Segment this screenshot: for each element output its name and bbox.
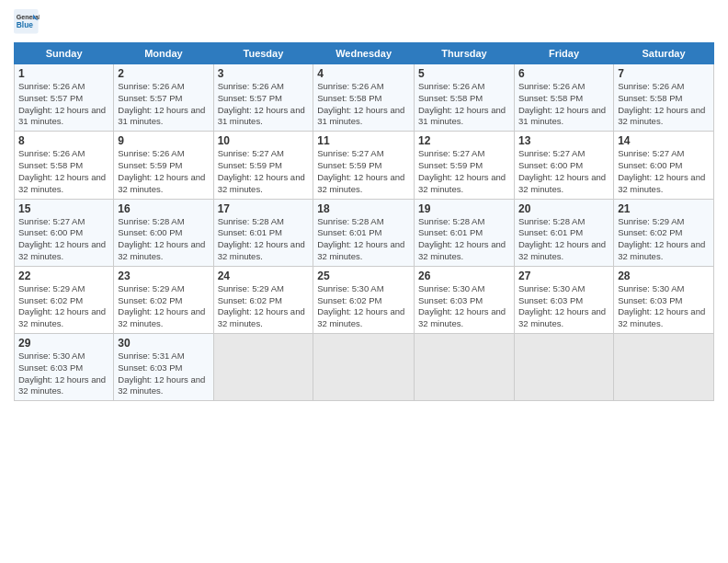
calendar-cell: 25 Sunrise: 5:30 AM Sunset: 6:02 PM Dayl… (313, 266, 415, 333)
day-info: Sunrise: 5:30 AM Sunset: 6:03 PM Dayligh… (518, 283, 609, 330)
page-header: General Blue (14, 9, 714, 35)
day-number: 6 (518, 67, 609, 80)
day-number: 5 (418, 67, 510, 80)
day-info: Sunrise: 5:26 AM Sunset: 5:58 PM Dayligh… (18, 148, 109, 195)
day-info: Sunrise: 5:27 AM Sunset: 6:00 PM Dayligh… (618, 148, 710, 195)
weekday-header-sunday: Sunday (15, 43, 114, 64)
day-info: Sunrise: 5:28 AM Sunset: 6:00 PM Dayligh… (118, 216, 209, 263)
day-number: 7 (618, 67, 710, 80)
weekday-header-tuesday: Tuesday (213, 43, 313, 64)
calendar-cell: 13 Sunrise: 5:27 AM Sunset: 6:00 PM Dayl… (514, 132, 613, 199)
calendar-cell: 20 Sunrise: 5:28 AM Sunset: 6:01 PM Dayl… (514, 199, 613, 266)
weekday-header-thursday: Thursday (414, 43, 514, 64)
calendar-cell: 22 Sunrise: 5:29 AM Sunset: 6:02 PM Dayl… (15, 266, 114, 333)
calendar-cell: 24 Sunrise: 5:29 AM Sunset: 6:02 PM Dayl… (213, 266, 313, 333)
calendar-cell: 1 Sunrise: 5:26 AM Sunset: 5:57 PM Dayli… (15, 64, 114, 132)
day-info: Sunrise: 5:30 AM Sunset: 6:03 PM Dayligh… (18, 350, 109, 397)
day-number: 21 (618, 202, 710, 215)
day-info: Sunrise: 5:29 AM Sunset: 6:02 PM Dayligh… (618, 216, 710, 263)
calendar-week-2: 8 Sunrise: 5:26 AM Sunset: 5:58 PM Dayli… (15, 132, 714, 199)
day-info: Sunrise: 5:26 AM Sunset: 5:58 PM Dayligh… (317, 81, 410, 128)
calendar-cell: 12 Sunrise: 5:27 AM Sunset: 5:59 PM Dayl… (414, 132, 514, 199)
calendar-cell: 23 Sunrise: 5:29 AM Sunset: 6:02 PM Dayl… (114, 266, 213, 333)
day-number: 2 (118, 67, 209, 80)
day-number: 17 (218, 202, 310, 215)
calendar-cell: 27 Sunrise: 5:30 AM Sunset: 6:03 PM Dayl… (514, 266, 613, 333)
day-info: Sunrise: 5:28 AM Sunset: 6:01 PM Dayligh… (518, 216, 609, 263)
day-number: 9 (118, 134, 209, 147)
day-number: 19 (418, 202, 510, 215)
day-number: 18 (317, 202, 410, 215)
svg-text:Blue: Blue (17, 20, 33, 29)
calendar-table: SundayMondayTuesdayWednesdayThursdayFrid… (14, 42, 714, 401)
day-info: Sunrise: 5:26 AM Sunset: 5:58 PM Dayligh… (618, 81, 710, 128)
day-number: 1 (18, 67, 109, 80)
day-number: 3 (218, 67, 310, 80)
calendar-cell: 8 Sunrise: 5:26 AM Sunset: 5:58 PM Dayli… (15, 132, 114, 199)
calendar-cell: 6 Sunrise: 5:26 AM Sunset: 5:58 PM Dayli… (514, 64, 613, 132)
calendar-cell (213, 334, 313, 401)
day-number: 10 (218, 134, 310, 147)
day-info: Sunrise: 5:29 AM Sunset: 6:02 PM Dayligh… (118, 283, 209, 330)
calendar-cell: 11 Sunrise: 5:27 AM Sunset: 5:59 PM Dayl… (313, 132, 415, 199)
calendar-cell: 10 Sunrise: 5:27 AM Sunset: 5:59 PM Dayl… (213, 132, 313, 199)
calendar-week-4: 22 Sunrise: 5:29 AM Sunset: 6:02 PM Dayl… (15, 266, 714, 333)
day-info: Sunrise: 5:26 AM Sunset: 5:57 PM Dayligh… (118, 81, 209, 128)
day-info: Sunrise: 5:27 AM Sunset: 5:59 PM Dayligh… (418, 148, 510, 195)
weekday-header-wednesday: Wednesday (313, 43, 415, 64)
day-number: 4 (317, 67, 410, 80)
day-number: 12 (418, 134, 510, 147)
logo: General Blue (14, 9, 40, 35)
day-number: 27 (518, 270, 609, 282)
day-number: 11 (317, 134, 410, 147)
day-number: 22 (18, 270, 109, 282)
calendar-cell: 15 Sunrise: 5:27 AM Sunset: 6:00 PM Dayl… (15, 199, 114, 266)
calendar-cell: 14 Sunrise: 5:27 AM Sunset: 6:00 PM Dayl… (614, 132, 714, 199)
calendar-cell (614, 334, 714, 401)
calendar-cell: 28 Sunrise: 5:30 AM Sunset: 6:03 PM Dayl… (614, 266, 714, 333)
day-info: Sunrise: 5:30 AM Sunset: 6:02 PM Dayligh… (317, 283, 410, 330)
day-info: Sunrise: 5:27 AM Sunset: 6:00 PM Dayligh… (18, 216, 109, 263)
calendar-cell: 18 Sunrise: 5:28 AM Sunset: 6:01 PM Dayl… (313, 199, 415, 266)
calendar-cell: 29 Sunrise: 5:30 AM Sunset: 6:03 PM Dayl… (15, 334, 114, 401)
calendar-cell: 5 Sunrise: 5:26 AM Sunset: 5:58 PM Dayli… (414, 64, 514, 132)
day-info: Sunrise: 5:30 AM Sunset: 6:03 PM Dayligh… (418, 283, 510, 330)
day-info: Sunrise: 5:30 AM Sunset: 6:03 PM Dayligh… (618, 283, 710, 330)
calendar-cell: 19 Sunrise: 5:28 AM Sunset: 6:01 PM Dayl… (414, 199, 514, 266)
day-info: Sunrise: 5:26 AM Sunset: 5:59 PM Dayligh… (118, 148, 209, 195)
day-number: 14 (618, 134, 710, 147)
weekday-header-saturday: Saturday (614, 43, 714, 64)
day-info: Sunrise: 5:28 AM Sunset: 6:01 PM Dayligh… (317, 216, 410, 263)
day-number: 15 (18, 202, 109, 215)
day-number: 20 (518, 202, 609, 215)
day-info: Sunrise: 5:27 AM Sunset: 6:00 PM Dayligh… (518, 148, 609, 195)
calendar-cell: 30 Sunrise: 5:31 AM Sunset: 6:03 PM Dayl… (114, 334, 213, 401)
calendar-cell (514, 334, 613, 401)
day-info: Sunrise: 5:31 AM Sunset: 6:03 PM Dayligh… (118, 350, 209, 397)
day-info: Sunrise: 5:27 AM Sunset: 5:59 PM Dayligh… (317, 148, 410, 195)
calendar-cell: 16 Sunrise: 5:28 AM Sunset: 6:00 PM Dayl… (114, 199, 213, 266)
day-info: Sunrise: 5:26 AM Sunset: 5:57 PM Dayligh… (18, 81, 109, 128)
day-info: Sunrise: 5:26 AM Sunset: 5:58 PM Dayligh… (418, 81, 510, 128)
weekday-header-friday: Friday (514, 43, 613, 64)
day-info: Sunrise: 5:28 AM Sunset: 6:01 PM Dayligh… (418, 216, 510, 263)
calendar-cell: 17 Sunrise: 5:28 AM Sunset: 6:01 PM Dayl… (213, 199, 313, 266)
day-number: 25 (317, 270, 410, 282)
weekday-header-monday: Monday (114, 43, 213, 64)
calendar-cell (313, 334, 415, 401)
calendar-cell: 21 Sunrise: 5:29 AM Sunset: 6:02 PM Dayl… (614, 199, 714, 266)
day-info: Sunrise: 5:26 AM Sunset: 5:58 PM Dayligh… (518, 81, 609, 128)
calendar-week-3: 15 Sunrise: 5:27 AM Sunset: 6:00 PM Dayl… (15, 199, 714, 266)
day-number: 13 (518, 134, 609, 147)
day-number: 24 (218, 270, 310, 282)
calendar-cell (414, 334, 514, 401)
calendar-week-1: 1 Sunrise: 5:26 AM Sunset: 5:57 PM Dayli… (15, 64, 714, 132)
day-info: Sunrise: 5:29 AM Sunset: 6:02 PM Dayligh… (218, 283, 310, 330)
day-number: 26 (418, 270, 510, 282)
day-number: 16 (118, 202, 209, 215)
day-info: Sunrise: 5:29 AM Sunset: 6:02 PM Dayligh… (18, 283, 109, 330)
day-info: Sunrise: 5:26 AM Sunset: 5:57 PM Dayligh… (218, 81, 310, 128)
day-number: 23 (118, 270, 209, 282)
calendar-cell: 4 Sunrise: 5:26 AM Sunset: 5:58 PM Dayli… (313, 64, 415, 132)
calendar-cell: 7 Sunrise: 5:26 AM Sunset: 5:58 PM Dayli… (614, 64, 714, 132)
